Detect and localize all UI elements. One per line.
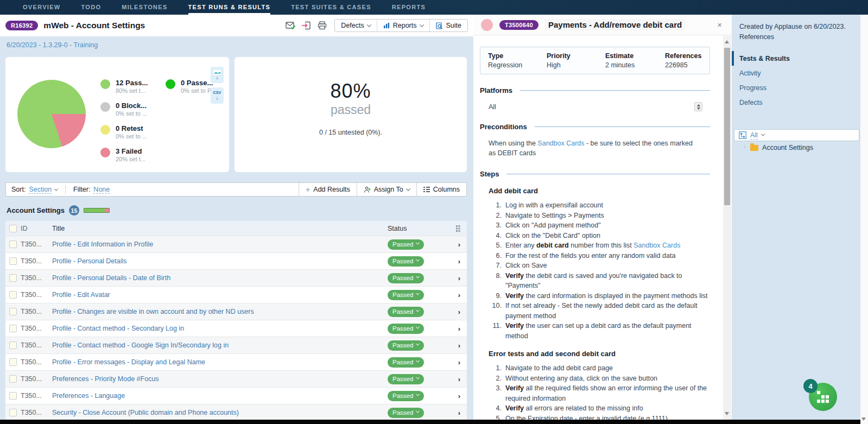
inline-link[interactable]: Sandbox Cards [537, 140, 584, 147]
row-title-link[interactable]: Profile - Edit Information in Profile [52, 241, 153, 248]
table-row[interactable]: T350...Preferences - LanguagePassed› [5, 387, 467, 404]
table-row[interactable]: T350...Profile - Personal Details - Date… [5, 269, 467, 286]
platforms-heading-label: Platforms [480, 86, 512, 94]
tree-root-selector[interactable]: All [734, 129, 859, 141]
status-badge[interactable]: Passed [388, 307, 424, 317]
table-row[interactable]: T350...Security - Close Account (Public … [5, 404, 467, 421]
row-checkbox[interactable] [9, 409, 17, 416]
row-checkbox[interactable] [9, 257, 17, 265]
table-row[interactable]: T350...Profile - Edit AvatarPassed› [5, 286, 467, 303]
row-open-chevron[interactable]: › [458, 274, 460, 282]
row-open-chevron[interactable]: › [458, 375, 460, 383]
row-title-link[interactable]: Profile - Edit Avatar [52, 291, 110, 299]
inline-link[interactable]: Sandbox Cards [633, 242, 680, 249]
table-row[interactable]: T350...Preferences - Priority Mode #Focu… [5, 370, 467, 387]
detail-scrollbar[interactable] [723, 36, 731, 420]
table-row[interactable]: T350...Profile - Contact method - Google… [5, 337, 467, 353]
reports-dropdown[interactable]: Reports [377, 20, 429, 31]
table-row[interactable]: T350...Profile - Personal DetailsPassed› [5, 252, 467, 269]
scroll-down-icon[interactable] [725, 412, 729, 415]
table-row[interactable]: T350...Profile - Contact method - Second… [5, 320, 467, 337]
close-icon[interactable]: × [715, 20, 724, 29]
sidebar-item-defects[interactable]: Defects [732, 95, 860, 110]
status-badge[interactable]: Passed [388, 408, 424, 418]
defects-dropdown[interactable]: Defects [335, 20, 376, 31]
table-row[interactable]: T350...Profile - Edit Information in Pro… [5, 236, 467, 252]
columns-button[interactable]: Columns [416, 183, 466, 196]
tree-item-account-settings[interactable]: └ Account Settings [743, 144, 860, 151]
row-checkbox[interactable] [9, 392, 17, 400]
sort-value-link[interactable]: Section [29, 186, 52, 194]
row-open-chevron[interactable]: › [458, 325, 460, 333]
row-open-chevron[interactable]: › [458, 392, 460, 400]
grid-icon[interactable] [456, 225, 462, 232]
row-checkbox[interactable] [9, 325, 17, 332]
platforms-spinner[interactable] [694, 102, 702, 111]
row-title-link[interactable]: Profile - Contact method - Secondary Log… [52, 325, 184, 332]
export-run-icon[interactable] [301, 21, 312, 30]
row-title-link[interactable]: Profile - Personal Details - Date of Bir… [52, 274, 170, 282]
row-open-chevron[interactable]: › [458, 358, 460, 366]
table-row[interactable]: T350...Profile - Error messages - Displa… [5, 353, 467, 370]
status-badge[interactable]: Passed [388, 340, 424, 351]
status-badge[interactable]: Passed [388, 273, 424, 283]
row-title-link[interactable]: Preferences - Language [52, 392, 125, 400]
row-title-link[interactable]: Profile - Error messages - Display and L… [52, 358, 205, 366]
sidebar-item-progress[interactable]: Progress [732, 80, 860, 95]
status-badge[interactable]: Passed [388, 324, 424, 334]
row-checkbox[interactable] [9, 291, 17, 299]
row-open-chevron[interactable]: › [458, 291, 460, 299]
status-badge[interactable]: Passed [388, 391, 424, 401]
row-checkbox[interactable] [9, 308, 17, 315]
row-open-chevron[interactable]: › [458, 341, 460, 350]
table-row[interactable]: T350...Profile - Changes are visible in … [5, 303, 467, 320]
tab-reports[interactable]: REPORTS [392, 0, 426, 15]
tab-milestones[interactable]: MILESTONES [122, 0, 167, 15]
info-label: References [665, 52, 702, 60]
row-title-link[interactable]: Preferences - Priority Mode #Focus [52, 375, 159, 383]
page-scrollbar[interactable] [860, 15, 868, 424]
add-results-button[interactable]: + Add Results [299, 183, 357, 196]
results-fab-button[interactable]: 4 [809, 383, 837, 411]
select-all-checkbox[interactable] [9, 225, 17, 232]
row-checkbox[interactable] [9, 375, 17, 383]
step-item: 3.Click on "Add payment method" [489, 220, 710, 231]
scroll-up-icon[interactable] [725, 40, 729, 43]
tab-test-suites-cases[interactable]: TEST SUITES & CASES [291, 0, 371, 15]
sidebar-item-tests-results[interactable]: Tests & Results [732, 51, 860, 66]
row-title-link[interactable]: Profile - Changes are visible in own acc… [52, 308, 254, 315]
row-checkbox[interactable] [9, 358, 17, 366]
status-label: Passed [392, 275, 413, 281]
tab-overview[interactable]: OVERVIEW [23, 0, 61, 15]
print-icon[interactable] [316, 21, 327, 30]
row-title-link[interactable]: Profile - Contact method - Google Sign I… [52, 341, 229, 349]
row-title-link[interactable]: Security - Close Account (Public domain … [52, 409, 239, 416]
download-csv-icon[interactable]: CSV↓ [211, 87, 224, 104]
mail-check-icon[interactable] [285, 21, 296, 30]
sidebar-item-activity[interactable]: Activity [732, 66, 860, 80]
step-item: 6.For the rest of the fields you enter a… [489, 251, 710, 261]
status-badge[interactable]: Passed [388, 239, 424, 250]
page-scroll-down-icon[interactable] [861, 417, 866, 421]
assign-to-dropdown[interactable]: Assign To [357, 183, 416, 196]
status-badge[interactable]: Passed [388, 357, 424, 368]
tab-test-runs-results[interactable]: TEST RUNS & RESULTS [188, 0, 271, 15]
scrollbar-thumb[interactable] [724, 48, 730, 205]
row-open-chevron[interactable]: › [458, 409, 460, 417]
row-open-chevron[interactable]: › [458, 241, 460, 249]
download-chart-icon[interactable]: ↓ [211, 67, 224, 83]
row-open-chevron[interactable]: › [458, 257, 460, 265]
row-open-chevron[interactable]: › [458, 308, 460, 316]
row-title-link[interactable]: Profile - Personal Details [52, 257, 127, 265]
row-checkbox[interactable] [9, 241, 17, 248]
row-checkbox[interactable] [9, 341, 17, 349]
status-badge[interactable]: Passed [388, 290, 424, 300]
chevron-down-icon [406, 186, 410, 191]
tree-root-link[interactable]: All [750, 131, 758, 140]
row-checkbox[interactable] [9, 274, 17, 282]
tab-todo[interactable]: TODO [81, 0, 102, 15]
status-badge[interactable]: Passed [388, 374, 424, 384]
suite-button[interactable]: Suite [429, 20, 468, 31]
status-badge[interactable]: Passed [388, 256, 424, 267]
filter-value-link[interactable]: None [93, 186, 110, 194]
